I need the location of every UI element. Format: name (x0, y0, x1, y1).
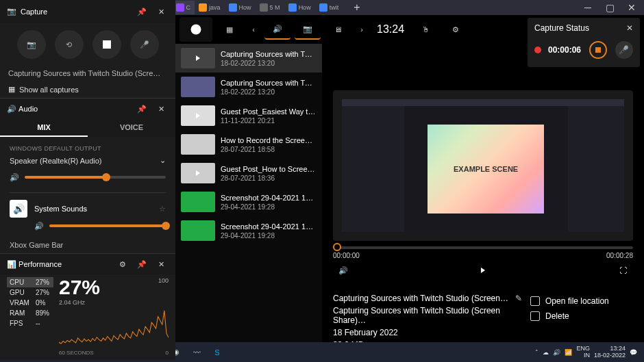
capture-list-item[interactable]: Guest Post_Easiest Way to…11-11-2021 20:… (175, 101, 322, 130)
tray-icon[interactable]: 📶 (565, 349, 572, 356)
video-seek-bar[interactable] (333, 246, 633, 249)
app-button[interactable]: 〰 (186, 342, 207, 362)
volume-icon[interactable]: 🔊 (10, 173, 19, 182)
mouse-button[interactable]: 🖱 (412, 19, 438, 40)
capture-status-panel: Capture Status ✕ 00:00:06 🎤 (528, 18, 640, 67)
skype-button[interactable]: S (207, 342, 227, 362)
capture-list-item[interactable]: Capturing Sources with Twit…18-02-2022 1… (175, 44, 322, 73)
taskbar-clock[interactable]: 13:24 18-02-2022 (594, 346, 626, 359)
window-maximize[interactable]: ▢ (603, 1, 617, 14)
monitor-toolbar-button[interactable]: 🖥 (325, 19, 351, 40)
speaker-box-icon: 🔊 (10, 200, 27, 218)
browser-tab[interactable]: java (195, 1, 225, 14)
new-tab-button[interactable]: + (347, 1, 367, 14)
perf-metric-row[interactable]: CPU27% (7, 277, 53, 287)
pin-button[interactable]: 📌 (134, 257, 149, 272)
perf-metric-row[interactable]: RAM89% (7, 308, 53, 318)
chevron-right-icon[interactable]: › (355, 19, 369, 40)
time-total: 00:00:28 (606, 252, 633, 259)
capture-widget: 📷 Capture 📌 ✕ 📷 ⟲ 🎤 Capturing Sources wi… (0, 0, 175, 98)
play-button[interactable] (473, 262, 493, 279)
pin-button[interactable]: 📌 (134, 101, 149, 116)
tab-mix[interactable]: MIX (0, 119, 88, 137)
speaker-volume-slider[interactable] (25, 176, 166, 179)
browser-tab[interactable]: twit (315, 1, 343, 14)
gauge-icon: 📊 (7, 260, 16, 269)
preview-panel: EXAMPLE SCENE 00:00:00 00:00:28 🔊 ⛶ (322, 85, 644, 342)
speaker-name: Speaker (Realtek(R) Audio) (10, 157, 102, 165)
close-button[interactable]: ✕ (153, 257, 169, 272)
preview-full-title: Capturing Sources with Twitch Studio (Sc… (333, 306, 530, 325)
close-button[interactable]: ✕ (153, 101, 169, 116)
perf-metric-row[interactable]: VRAM0% (7, 298, 53, 308)
captures-list[interactable]: Capturing Sources with Twit…18-02-2022 1… (175, 44, 322, 342)
capture-title: Capture (21, 8, 47, 16)
chevron-down-icon[interactable]: ⌄ (160, 156, 166, 165)
close-button[interactable]: ✕ (153, 4, 169, 19)
preview-date: 18 February 2022 (333, 328, 530, 337)
capture-list-item[interactable]: Capturing Sources with Twit…18-02-2022 1… (175, 73, 322, 101)
scene-label: EXAMPLE SCENE (428, 125, 545, 214)
capture-list-item[interactable]: Guest Post_How to Screen…28-07-2021 18:3… (175, 159, 322, 188)
audio-toolbar-button[interactable]: 🔊 (264, 19, 290, 40)
perf-x-right: 0 (166, 350, 169, 356)
folder-icon (530, 296, 540, 306)
time-current: 00:00:00 (333, 252, 360, 259)
capture-status-title: Capture Status (534, 23, 589, 33)
tray-icon[interactable]: 🔊 (553, 349, 560, 356)
perf-metric-row[interactable]: FPS-- (7, 318, 53, 328)
recording-indicator (534, 47, 541, 53)
perf-x-left: 60 SECONDS (59, 350, 94, 356)
preview-title: Capturing Sources with Twitch Studio (Sc… (333, 294, 508, 303)
perf-big-value: 27% (59, 277, 100, 298)
camera-icon: 📷 (7, 7, 16, 16)
capture-list-item[interactable]: Screenshot 29-04-2021 19_2…29-04-2021 19… (175, 216, 322, 245)
volume-icon[interactable]: 🔊 (34, 222, 44, 231)
tray-chevron[interactable]: ˄ (535, 349, 538, 356)
capture-toolbar-button[interactable]: 📷 (295, 19, 321, 40)
system-sounds-slider[interactable] (49, 224, 166, 227)
mic-mute-button[interactable]: 🎤 (615, 41, 633, 59)
show-all-captures-link[interactable]: ▦ Show all captures (0, 81, 175, 98)
close-icon[interactable]: ✕ (626, 23, 633, 33)
mic-toggle-button[interactable]: 🎤 (130, 30, 159, 59)
browser-tab[interactable]: 5 M (256, 1, 284, 14)
perf-scale-top: 100 (158, 277, 169, 284)
capture-list-item[interactable]: How to Record the Screen o…28-07-2021 18… (175, 130, 322, 159)
pin-button[interactable]: 📌 (134, 4, 149, 19)
grid-icon: ▦ (8, 85, 15, 94)
tab-voice[interactable]: VOICE (88, 119, 175, 137)
chevron-left-icon[interactable]: ‹ (247, 19, 260, 40)
delete-button[interactable]: Delete (530, 309, 633, 324)
xbox-game-bar-label: Xbox Game Bar (10, 241, 63, 249)
stop-record-button[interactable] (92, 30, 121, 59)
audio-title: Audio (18, 105, 38, 113)
capture-list-item[interactable]: Screenshot 29-04-2021 19_2…29-04-2021 19… (175, 188, 322, 216)
browser-tab[interactable]: How (225, 1, 256, 14)
default-output-label: WINDOWS DEFAULT OUTPUT (10, 145, 166, 152)
screenshot-button[interactable]: 📷 (17, 30, 46, 59)
open-file-location-button[interactable]: Open file location (530, 294, 633, 309)
svg-point-0 (191, 25, 201, 35)
browser-tab[interactable]: How (284, 1, 315, 14)
window-close[interactable]: ✕ (625, 1, 639, 14)
system-sounds-label: System Sounds (34, 205, 87, 213)
video-preview[interactable]: EXAMPLE SCENE (333, 90, 633, 241)
settings-gear-button[interactable]: ⚙ (443, 19, 469, 40)
edit-title-button[interactable]: ✎ (515, 294, 522, 303)
record-last-button[interactable]: ⟲ (55, 30, 84, 59)
fullscreen-button[interactable]: ⛶ (612, 262, 633, 279)
perf-sub-value: 2.04 GHz (59, 299, 100, 306)
recording-timer: 00:00:06 (548, 45, 581, 55)
widgets-button[interactable]: ▦ (216, 19, 243, 40)
notifications-button[interactable]: 💬 (630, 349, 637, 356)
stop-recording-button[interactable] (589, 41, 607, 59)
favorite-star[interactable]: ☆ (159, 205, 166, 214)
tray-icon[interactable]: ☁ (543, 349, 549, 356)
settings-button[interactable]: ⚙ (115, 257, 130, 272)
capture-subtitle: Capturing Sources with Twitch Studio (Sc… (0, 66, 175, 81)
volume-button[interactable]: 🔊 (333, 262, 354, 279)
xbox-button[interactable] (179, 17, 212, 42)
perf-metric-row[interactable]: GPU27% (7, 287, 53, 298)
window-minimize[interactable]: ─ (581, 1, 595, 14)
